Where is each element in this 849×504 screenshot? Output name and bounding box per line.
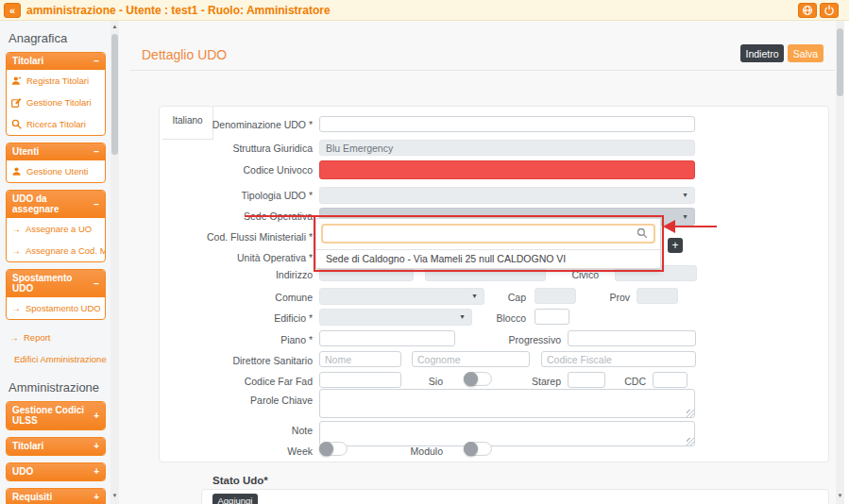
app-window: « amministrazione - Utente : test1 - Ruo… (0, 0, 849, 504)
sidebar-link-edifici-amministrazione[interactable]: Edifici Amministrazione (0, 348, 110, 370)
resize-handle-icon[interactable] (687, 438, 694, 445)
search-icon (11, 119, 22, 129)
add-unita-operativa-button[interactable]: + (668, 238, 683, 253)
prov-input (637, 288, 678, 304)
collapse-minus-icon[interactable]: − (93, 278, 99, 289)
codice-far-fad-label: Codice Far Fad (161, 376, 313, 387)
week-label: Week (161, 445, 313, 457)
sidebar-item-spostamento-udo[interactable]: → Spostamento UDO (7, 297, 105, 319)
pencil-square-icon (11, 97, 22, 108)
sidebar-section-admin-udo-header[interactable]: UDO + (7, 463, 105, 480)
globe-button[interactable] (798, 3, 817, 18)
direttore-cognome-input[interactable] (412, 351, 530, 367)
annotation-red-arrow (675, 226, 717, 227)
sidebar: Anagrafica Titolari − Registra Titolari … (0, 21, 110, 504)
sidebar-section-gestione-codici-ulss: Gestione Codici ULSS + (6, 401, 106, 430)
sidebar-item-assegnare-a-cod-min[interactable]: → Assegnare a Cod. Min. (7, 240, 105, 261)
sidebar-section-admin-udo: UDO + (6, 462, 106, 481)
collapse-minus-icon[interactable]: − (93, 199, 99, 210)
toggle-knob (464, 372, 478, 386)
sidebar-section-utenti-header[interactable]: Utenti − (7, 143, 105, 160)
direttore-codice-fiscale-input[interactable] (541, 351, 696, 367)
parole-chiave-textarea[interactable] (319, 389, 695, 418)
cap-label: Cap (500, 292, 526, 303)
prov-label: Prov (599, 292, 630, 303)
sio-toggle[interactable] (464, 372, 492, 386)
sidebar-section-udo-da-assegnare-header[interactable]: UDO da assegnare − (7, 191, 105, 218)
edificio-select[interactable]: ▼ (319, 309, 472, 326)
expand-plus-icon[interactable]: + (93, 411, 99, 421)
person-plus-icon (11, 76, 22, 86)
sidebar-item-registra-titolari[interactable]: Registra Titolari (7, 70, 105, 92)
stato-udo-label: Stato Udo* (212, 475, 268, 486)
section-title: UDO (12, 466, 33, 477)
logout-button[interactable] (820, 3, 839, 18)
item-label: Spostamento UDO (25, 303, 101, 313)
section-title: Requisiti (12, 492, 52, 502)
scroll-up-icon[interactable]: ▲ (110, 24, 119, 29)
top-header-bar: « amministrazione - Utente : test1 - Ruo… (0, 0, 849, 21)
aggiungi-button[interactable]: Aggiungi (212, 494, 258, 504)
scroll-down-icon[interactable]: ▼ (836, 493, 844, 498)
toggle-knob (319, 442, 333, 456)
main-scrollbar-thumb[interactable] (837, 28, 843, 96)
sidebar-link-report[interactable]: → Report (0, 327, 110, 348)
progressivo-input[interactable] (568, 330, 696, 346)
expand-plus-icon[interactable]: + (93, 441, 99, 451)
direttore-nome-input[interactable] (319, 351, 401, 367)
dropdown-option-sede-di-caldogno[interactable]: Sede di Caldogno - Via Mameli 25 null CA… (316, 249, 660, 268)
sidebar-heading-amministrazione: Amministrazione (0, 370, 110, 401)
sidebar-item-gestione-utenti[interactable]: Gestione Utenti (7, 160, 105, 182)
expand-plus-icon[interactable]: + (93, 466, 99, 477)
sidebar-section-spostamento-udo-header[interactable]: Spostamento UDO − (7, 270, 105, 297)
item-label: Assegnare a UO (25, 224, 92, 234)
cod-flussi-ministeriali-label: Cod. Flussi Ministeriali * (161, 231, 313, 243)
starep-label: Starep (504, 376, 561, 387)
blocco-input[interactable] (535, 309, 569, 325)
starep-input[interactable] (568, 372, 605, 388)
sidebar-section-requisiti-header[interactable]: Requisiti + (7, 489, 105, 504)
sidebar-section-udo-da-assegnare: UDO da assegnare − → Assegnare a UO → As… (6, 190, 106, 262)
save-button[interactable]: Salva (788, 44, 824, 62)
sidebar-section-spostamento-udo: Spostamento UDO − → Spostamento UDO (6, 269, 106, 320)
expand-plus-icon[interactable]: + (93, 492, 99, 502)
sidebar-collapse-button[interactable]: « (4, 3, 21, 18)
week-toggle[interactable] (319, 442, 348, 456)
collapse-minus-icon[interactable]: − (93, 56, 99, 66)
sidebar-item-assegnare-a-uo[interactable]: → Assegnare a UO (7, 218, 105, 240)
piano-label: Piano * (161, 334, 313, 345)
sidebar-item-gestione-titolari[interactable]: Gestione Titolari (7, 92, 105, 113)
back-button[interactable]: Indietro (740, 44, 784, 62)
sidebar-section-gestione-codici-ulss-header[interactable]: Gestione Codici ULSS + (7, 402, 105, 429)
tipologia-udo-select[interactable]: ▼ (319, 187, 695, 204)
arrow-right-icon: → (11, 224, 21, 234)
resize-handle-icon[interactable] (687, 410, 694, 417)
sidebar-section-titolari: Titolari − Registra Titolari Gestione Ti… (6, 52, 106, 136)
sidebar-section-titolari-header[interactable]: Titolari − (7, 53, 105, 70)
note-label: Note (161, 425, 313, 436)
codice-far-fad-input[interactable] (319, 372, 401, 388)
section-title: Spostamento UDO (12, 273, 93, 294)
sidebar-item-ricerca-titolari[interactable]: Ricerca Titolari (7, 113, 105, 135)
globe-icon (802, 5, 813, 16)
sio-label: Sio (396, 376, 443, 387)
comune-select[interactable]: ▼ (319, 288, 484, 305)
cdc-input[interactable] (653, 372, 688, 388)
denominazione-udo-input[interactable] (319, 116, 695, 132)
note-textarea[interactable] (319, 421, 695, 446)
item-label: Ricerca Titolari (26, 119, 86, 129)
comune-label: Comune (161, 292, 313, 303)
arrow-right-icon: → (9, 332, 19, 343)
scroll-down-icon[interactable]: ▼ (110, 493, 119, 498)
sidebar-section-admin-titolari-header[interactable]: Titolari + (7, 438, 105, 455)
main-scrollbar: ▼ (836, 21, 844, 504)
modulo-toggle[interactable] (464, 442, 492, 456)
piano-input[interactable] (319, 330, 455, 346)
blocco-label: Blocco (471, 312, 526, 324)
codice-univoco-input-error[interactable] (319, 160, 695, 179)
direttore-sanitario-label: Direttore Sanitario (161, 355, 313, 366)
sidebar-scrollbar-thumb[interactable] (111, 34, 118, 155)
collapse-minus-icon[interactable]: − (93, 146, 99, 157)
dropdown-search-input[interactable] (321, 224, 655, 244)
item-label: Edifici Amministrazione (14, 354, 107, 364)
